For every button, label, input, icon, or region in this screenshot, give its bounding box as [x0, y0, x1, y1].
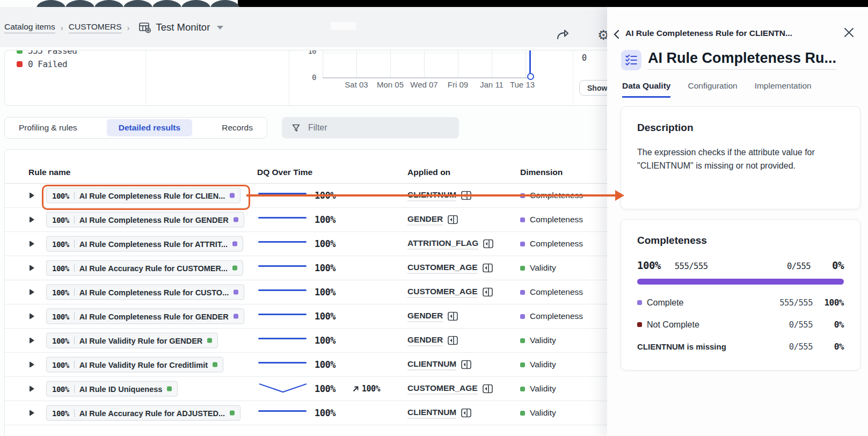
- expand-row-icon[interactable]: [30, 289, 34, 295]
- rule-name: AI Rule Completeness Rule for GENDER: [79, 215, 229, 224]
- close-icon[interactable]: [844, 27, 854, 38]
- rule-pill[interactable]: 100% AI Rule Validity Rule for Creditlim…: [46, 357, 223, 373]
- rule-score: 100%: [52, 336, 69, 345]
- breadcrumb-customers[interactable]: CUSTOMERS: [69, 22, 122, 33]
- rule-pill[interactable]: 100% AI Rule Completeness Rule for CLIEN…: [46, 188, 240, 204]
- divider: [74, 192, 75, 200]
- tab-detailed-results[interactable]: Detailed results: [107, 119, 192, 136]
- dimension-cell: Validity: [520, 408, 556, 418]
- rule-pill[interactable]: 100% AI Rule Accuracy Rule for ADJUSTED.…: [46, 405, 240, 421]
- panel-tabs: Data Quality Configuration Implementatio…: [622, 81, 812, 98]
- dq-sparkline: [258, 285, 308, 297]
- attribute-link[interactable]: CUSTOMER_AGE: [407, 287, 478, 298]
- attribute-link[interactable]: GENDER: [407, 311, 443, 322]
- column-icon: [461, 191, 471, 200]
- share-icon[interactable]: [556, 28, 570, 41]
- rule-pill[interactable]: 100% AI Rule Completeness Rule for CUSTO…: [46, 285, 244, 300]
- dimension-swatch: [520, 314, 525, 319]
- sparkline-flat: [258, 217, 307, 219]
- dimension-cell: Completeness: [520, 239, 583, 249]
- attribute-link[interactable]: CLIENTNUM: [407, 190, 456, 201]
- tab-configuration[interactable]: Configuration: [688, 81, 737, 98]
- monitor-selector[interactable]: Test Monitor: [138, 21, 224, 34]
- attribute-link[interactable]: GENDER: [407, 335, 443, 346]
- legend-failed: 0 Failed: [17, 58, 67, 70]
- rule-score: 100%: [52, 288, 69, 296]
- column-icon: [483, 384, 493, 394]
- breadcrumb: Catalog items › CUSTOMERS › Test Monitor: [4, 21, 223, 34]
- funnel-icon: [291, 123, 301, 133]
- expand-row-icon[interactable]: [30, 337, 34, 344]
- x-tick-label: Tue 13: [510, 80, 535, 89]
- sparkline-dip: [258, 381, 308, 394]
- passed-swatch: [17, 50, 23, 54]
- description-body: The expression checks if the attribute v…: [637, 146, 844, 172]
- dq-sparkline: [258, 381, 308, 394]
- expand-row-icon[interactable]: [30, 216, 34, 223]
- tab-implementation[interactable]: Implementation: [755, 81, 812, 98]
- attribute-link[interactable]: GENDER: [407, 214, 443, 226]
- chevron-right-icon: ›: [61, 23, 63, 32]
- chevron-right-icon: ›: [127, 23, 130, 32]
- divider: [573, 50, 573, 105]
- expand-row-icon[interactable]: [30, 386, 34, 392]
- completeness-breakdown: Complete 555/555 100% Not Complete 0/555…: [637, 294, 844, 355]
- divider: [289, 50, 289, 105]
- dimension-cell: Validity: [520, 336, 556, 345]
- expand-row-icon[interactable]: [30, 265, 34, 271]
- breakdown-fraction: 555/555: [779, 298, 813, 308]
- attribute-link[interactable]: CLIENTNUM: [407, 408, 456, 419]
- tab-data-quality[interactable]: Data Quality: [622, 81, 670, 98]
- col-dq-over-time: DQ Over Time: [257, 168, 312, 177]
- rule-pill[interactable]: 100% AI Rule Validity Rule for GENDER: [46, 333, 218, 348]
- attribute-link[interactable]: CLIENTNUM: [407, 359, 456, 370]
- column-icon: [483, 264, 493, 273]
- dq-sparkline: [258, 236, 308, 249]
- tab-profiling-rules[interactable]: Profiling & rules: [8, 123, 88, 133]
- expand-row-icon[interactable]: [30, 410, 34, 416]
- x-tick-label: Mon 05: [377, 80, 404, 89]
- attribute-link[interactable]: ATTRITION_FLAG: [407, 238, 478, 250]
- rule-name: AI Rule Completeness Rule for ATTRIT...: [79, 239, 228, 248]
- expand-row-icon[interactable]: [30, 192, 34, 199]
- divider: [74, 313, 75, 321]
- dimension-swatch: [520, 387, 525, 391]
- dimension-swatch: [213, 362, 217, 367]
- dimension-swatch: [520, 266, 525, 271]
- series-point: [527, 73, 534, 80]
- dimension-label: Validity: [530, 384, 556, 394]
- tooltip-remnant: [330, 21, 357, 31]
- completeness-progress-bar: [637, 279, 844, 285]
- rule-pill[interactable]: 100% AI Rule ID Uniqueness: [46, 381, 178, 397]
- dimension-swatch: [232, 242, 237, 246]
- rule-score: 100%: [52, 384, 69, 393]
- dimension-swatch: [234, 217, 238, 222]
- rule-pill[interactable]: 100% AI Rule Completeness Rule for GENDE…: [46, 212, 244, 228]
- breadcrumb-catalog-items[interactable]: Catalog items: [4, 22, 55, 33]
- sparkline-flat: [258, 193, 307, 194]
- not-complete-pct: 0%: [832, 259, 844, 271]
- y-tick-10: 10: [305, 50, 316, 55]
- attribute-link[interactable]: CUSTOMER_AGE: [407, 383, 478, 395]
- divider: [74, 337, 75, 345]
- applied-on-cell: CLIENTNUM: [407, 190, 471, 201]
- panel-title: AI Rule Completeness Ru...: [648, 50, 836, 70]
- rule-pill[interactable]: 100% AI Rule Completeness Rule for ATTRI…: [46, 236, 243, 252]
- expand-row-icon[interactable]: [30, 241, 34, 247]
- tab-records[interactable]: Records: [211, 123, 264, 133]
- back-chevron-icon[interactable]: [614, 30, 619, 39]
- breakdown-label: CLIENTNUM is missing: [637, 342, 726, 351]
- rule-pill[interactable]: 100% AI Rule Accuracy Rule for CUSTOMER.…: [46, 260, 243, 276]
- dimension-label: Completeness: [530, 311, 583, 321]
- failed-label: 0 Failed: [28, 59, 67, 69]
- y-tick-0: 0: [305, 73, 316, 82]
- dimension-label: Completeness: [530, 239, 583, 249]
- expand-row-icon[interactable]: [30, 361, 34, 368]
- expand-row-icon[interactable]: [30, 313, 34, 319]
- x-tick-label: Jan 11: [480, 80, 504, 89]
- attribute-link[interactable]: CUSTOMER_AGE: [407, 263, 478, 274]
- filter-input[interactable]: Filter: [282, 117, 459, 139]
- rule-pill[interactable]: 100% AI Rule Completeness Rule for GENDE…: [46, 309, 244, 324]
- x-tick-label: Sat 03: [345, 80, 368, 89]
- col-applied-on: Applied on: [407, 168, 450, 177]
